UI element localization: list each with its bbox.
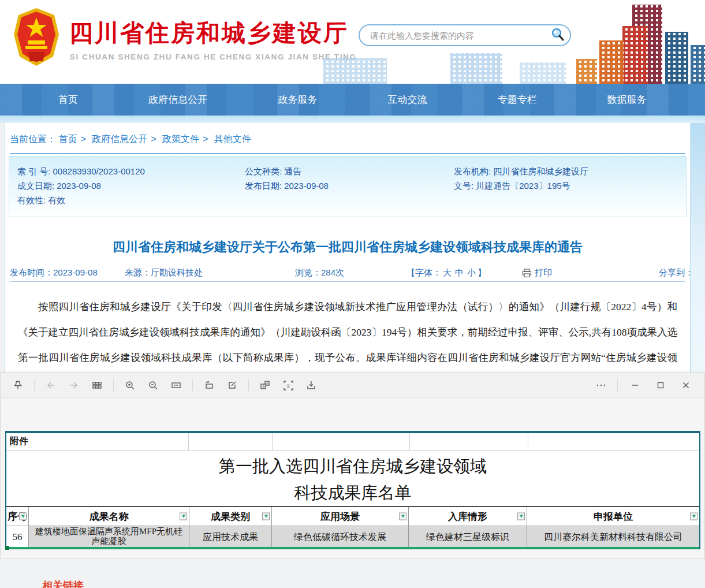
cell-unit[interactable]: 四川赛尔科美新材料科技有限公司 xyxy=(527,526,699,547)
translate-button[interactable]: 文 A xyxy=(253,375,277,395)
rotate-button[interactable] xyxy=(197,375,221,395)
thumbnail-grid-button[interactable] xyxy=(85,375,109,395)
minimize-button[interactable] xyxy=(622,375,648,395)
filter-arrow-icon xyxy=(401,515,405,518)
doc-agency: 发布机构:四川省住房和城乡建设厅 xyxy=(454,166,588,177)
grid-view-icon xyxy=(92,380,102,390)
toolbar-separator xyxy=(192,379,193,391)
sheet-cell[interactable] xyxy=(273,433,410,450)
ocr-select-icon: 文 xyxy=(283,380,294,391)
column-header-seq: 序号 xyxy=(6,507,29,526)
svg-text:A: A xyxy=(266,381,268,385)
print-button[interactable]: 打印 xyxy=(522,267,552,278)
table-title-line1: 第一批入选四川省住房城乡建设领域 xyxy=(6,453,699,479)
edit-button[interactable] xyxy=(221,375,244,395)
printer-icon xyxy=(522,269,532,278)
article-source: 来源：厅勘设科技处 xyxy=(125,267,203,278)
table-row: 56 建筑楼地面保温隔声系统用MFP无机硅声能凝胶 应用技术成果 绿色低碳循环技… xyxy=(6,526,699,547)
sheet-cell[interactable] xyxy=(410,433,528,450)
column-header-status: 入库情形 xyxy=(409,507,527,526)
sheet-cell[interactable]: 附件 xyxy=(6,433,189,450)
toolbar-separator xyxy=(113,379,114,391)
cell-seq[interactable]: 56 xyxy=(6,526,29,547)
zoom-in-button[interactable] xyxy=(118,375,141,395)
filter-arrow-icon xyxy=(21,515,25,518)
attachment-label-row: 附件 xyxy=(6,433,699,451)
translate-icon: 文 A xyxy=(260,380,271,391)
cell-scene[interactable]: 绿色低碳循环技术发展 xyxy=(272,526,409,547)
close-button[interactable] xyxy=(673,375,699,395)
filter-dropdown-button[interactable] xyxy=(180,513,187,520)
nav-item-gov-info[interactable]: 政府信息公开 xyxy=(148,93,207,106)
breadcrumb-divider xyxy=(10,153,685,154)
search-input[interactable] xyxy=(369,30,548,41)
toolbar-separator xyxy=(617,379,618,391)
pin-button[interactable] xyxy=(6,375,29,395)
site-pinyin: SI CHUAN SHENG ZHU FANG HE CHENG XIANG J… xyxy=(70,53,357,61)
filter-dropdown-button[interactable] xyxy=(262,513,270,520)
doc-index-no: 索 引 号:008283930/2023-00120 xyxy=(17,166,145,177)
zoom-out-button[interactable] xyxy=(141,375,165,395)
minimize-icon xyxy=(631,381,640,390)
building-graphic xyxy=(622,26,648,84)
filter-dropdown-button[interactable] xyxy=(690,513,697,520)
filter-dropdown-button[interactable] xyxy=(399,513,406,520)
breadcrumb-policy-files[interactable]: 政策文件 xyxy=(162,134,199,144)
breadcrumb-gov-info[interactable]: 政府信息公开 xyxy=(92,134,147,144)
building-graphic xyxy=(665,32,688,84)
zoom-out-icon xyxy=(148,380,158,390)
filter-dropdown-button[interactable] xyxy=(19,513,27,520)
nav-item-topics[interactable]: 专题专栏 xyxy=(498,93,537,106)
article-title: 四川省住房和城乡建设厅关于公布第一批四川省住房城乡建设领域科技成果库的通告 xyxy=(5,239,690,256)
selection-indicator-line xyxy=(6,547,699,549)
more-options-button[interactable] xyxy=(590,375,613,395)
document-meta-box: 索 引 号:008283930/2023-00120 公文种类:通告 发布机构:… xyxy=(9,156,687,217)
cell-category[interactable]: 应用技术成果 xyxy=(189,526,272,547)
back-button[interactable] xyxy=(39,375,62,395)
edit-icon xyxy=(227,380,237,390)
ocr-select-button[interactable]: 文 xyxy=(277,375,300,395)
fit-width-button[interactable] xyxy=(165,375,188,395)
cell-name[interactable]: 建筑楼地面保温隔声系统用MFP无机硅声能凝胶 xyxy=(29,526,189,547)
nav-item-interaction[interactable]: 互动交流 xyxy=(388,93,427,106)
toolbar-separator xyxy=(34,379,35,391)
font-size-control: 【字体：大中小】 xyxy=(406,267,486,278)
forward-button[interactable] xyxy=(62,375,85,395)
filter-dropdown-button[interactable] xyxy=(517,513,525,520)
share-label[interactable]: 分享到： xyxy=(659,267,693,278)
view-count: 浏览：284次 xyxy=(295,267,344,278)
breadcrumb: 当前位置： 首页> 政府信息公开> 政策文件> 其他文件 xyxy=(10,133,251,146)
font-small-button[interactable]: 小 xyxy=(467,267,476,277)
nav-item-services[interactable]: 政务服务 xyxy=(278,93,317,106)
column-header-unit: 申报单位 xyxy=(527,507,699,526)
breadcrumb-separator: > xyxy=(80,134,85,144)
breadcrumb-separator: > xyxy=(203,134,208,144)
site-title: 四川省住房和城乡建设厅 xyxy=(69,17,349,49)
sky-strip xyxy=(0,116,705,123)
attachment-viewer-window: 文 A 文 xyxy=(0,373,705,559)
sheet-cell[interactable] xyxy=(528,433,699,450)
pushpin-icon xyxy=(13,380,23,390)
maximize-button[interactable] xyxy=(648,375,673,395)
more-icon xyxy=(595,380,607,390)
sheet-cell[interactable] xyxy=(189,433,273,450)
doc-type: 公文种类:通告 xyxy=(245,166,301,177)
right-sky-background xyxy=(691,123,705,373)
download-button[interactable] xyxy=(300,375,323,395)
cell-status[interactable]: 绿色建材三星级标识 xyxy=(409,526,527,547)
maximize-icon xyxy=(656,381,665,390)
nav-item-home[interactable]: 首页 xyxy=(58,93,78,106)
breadcrumb-home[interactable]: 首页 xyxy=(58,134,77,144)
toolbar-separator xyxy=(248,379,249,391)
building-graphic xyxy=(576,59,597,84)
font-large-button[interactable]: 大 xyxy=(443,267,452,277)
breadcrumb-other-files[interactable]: 其他文件 xyxy=(214,134,251,144)
attachment-sheet: 附件 第一批入选四川省住房城乡建设领域 科技成果库名单 序号 成果名称 成果类别 xyxy=(5,431,700,549)
search-button[interactable] xyxy=(548,27,568,44)
font-medium-button[interactable]: 中 xyxy=(455,267,464,277)
search-box xyxy=(359,24,571,46)
national-emblem-logo xyxy=(13,7,60,67)
related-links-heading[interactable]: 相关链接 xyxy=(42,579,84,588)
nav-item-data[interactable]: 数据服务 xyxy=(607,93,647,106)
content-container: 当前位置： 首页> 政府信息公开> 政策文件> 其他文件 索 引 号:00828… xyxy=(5,123,691,373)
